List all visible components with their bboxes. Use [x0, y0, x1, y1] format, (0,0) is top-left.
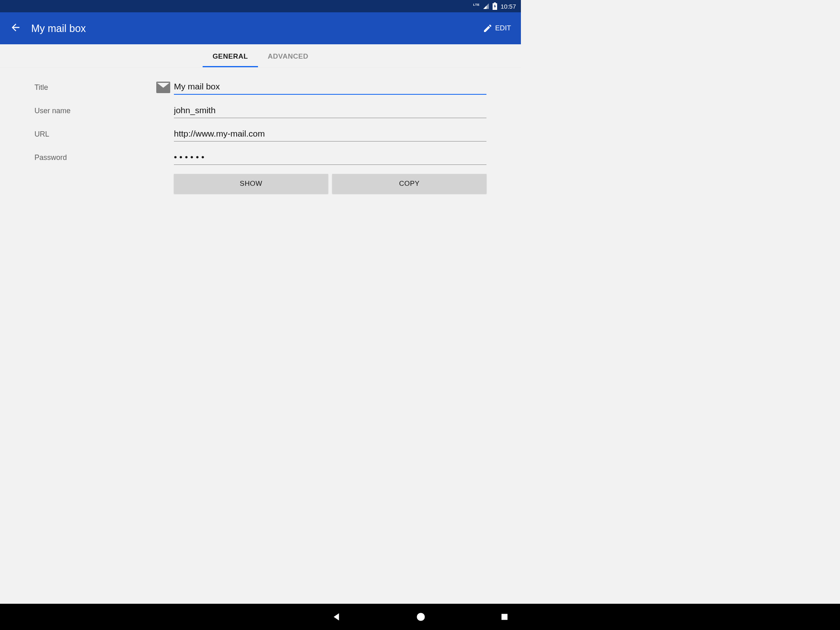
show-button[interactable]: SHOW — [174, 174, 328, 194]
mail-icon — [156, 82, 170, 93]
password-buttons: SHOW COPY — [174, 174, 486, 194]
title-field[interactable] — [174, 80, 486, 95]
label-title: Title — [34, 83, 153, 92]
battery-charging-icon — [493, 2, 497, 10]
form-content: Title User name URL Password SHOW COPY — [0, 68, 521, 206]
status-time: 10:57 — [500, 3, 516, 10]
tab-advanced[interactable]: ADVANCED — [258, 44, 318, 67]
tabs: GENERAL ADVANCED — [0, 44, 521, 68]
label-password: Password — [34, 153, 153, 162]
edit-label: EDIT — [495, 24, 511, 32]
signal-icon — [483, 3, 489, 9]
row-title: Title — [34, 80, 486, 95]
network-lte-label: LTE — [473, 3, 479, 7]
password-field[interactable] — [174, 151, 486, 165]
back-button[interactable] — [10, 22, 21, 35]
arrow-back-icon — [10, 22, 21, 33]
page-title: My mail box — [31, 23, 483, 34]
username-field[interactable] — [174, 104, 486, 118]
svg-rect-1 — [494, 2, 496, 3]
status-bar: LTE 10:57 — [0, 0, 521, 12]
row-password: Password — [34, 151, 486, 165]
url-field[interactable] — [174, 127, 486, 142]
copy-button[interactable]: COPY — [332, 174, 486, 194]
row-username: User name — [34, 104, 486, 118]
pencil-icon — [483, 23, 493, 33]
label-username: User name — [34, 107, 153, 115]
row-url: URL — [34, 127, 486, 142]
tab-general[interactable]: GENERAL — [203, 44, 258, 67]
app-bar: My mail box EDIT — [0, 12, 521, 44]
label-url: URL — [34, 130, 153, 139]
edit-button[interactable]: EDIT — [483, 23, 511, 33]
